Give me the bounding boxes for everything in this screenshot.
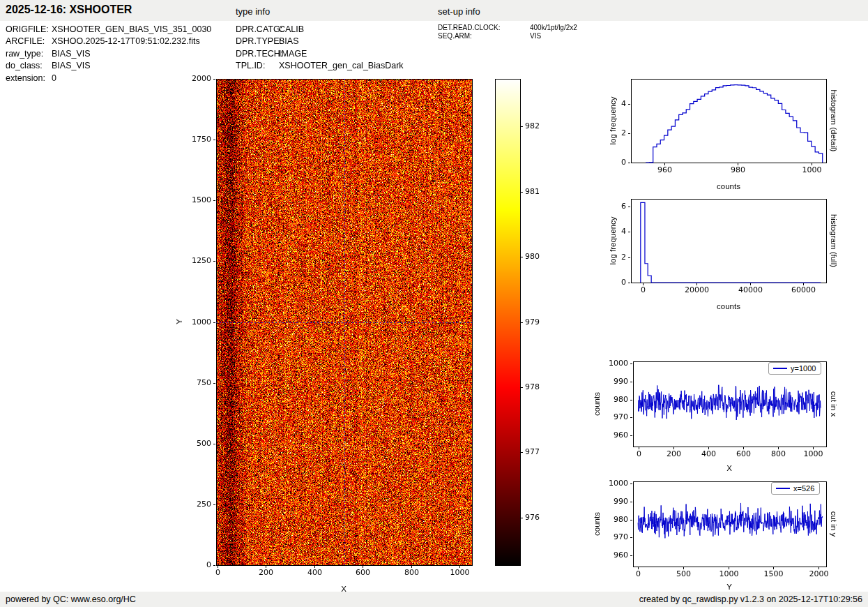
meta-value: IMAGE	[279, 49, 307, 59]
meta-row-dpr-catg: DPR.CATG: CALIB	[236, 23, 404, 36]
meta-label: DPR.TYPE:	[236, 36, 279, 46]
meta-value: XSHOOTER_gen_cal_BiasDark	[279, 61, 404, 70]
cut-x-right-label: cut in x	[830, 391, 838, 417]
hist-full-xlabel: counts	[717, 302, 740, 310]
meta-row-do-class: do_class: BIAS_VIS	[6, 60, 211, 73]
meta-label: do_class:	[6, 61, 52, 70]
meta-row-dpr-tech: DPR.TECH: IMAGE	[236, 47, 404, 60]
meta-row-raw-type: raw_type: BIAS_VIS	[6, 47, 211, 60]
cut-x-xlabel: X	[726, 464, 732, 472]
type-info-block: DPR.CATG: CALIB DPR.TYPE: BIAS DPR.TECH:…	[236, 23, 404, 72]
meta-value: 0	[52, 73, 56, 83]
footer-powered-by: powered by QC: www.eso.org/HC	[6, 594, 136, 604]
meta-value: BIAS_VIS	[52, 49, 91, 59]
meta-value: VIS	[530, 32, 541, 40]
meta-label: ARCFILE:	[6, 36, 52, 46]
legend-cut-x: y=1000	[768, 362, 821, 375]
meta-label: DPR.TECH:	[236, 49, 279, 59]
setup-info-block: DET.READ.CLOCK: 400k/1pt/lg/2x2 SEQ.ARM:…	[438, 23, 577, 40]
cut-y-right-label: cut in y	[830, 511, 838, 537]
footer-bar: powered by QC: www.eso.org/HC created by…	[0, 592, 868, 607]
meta-label: DET.READ.CLOCK:	[438, 24, 530, 31]
setup-info-heading: set-up info	[438, 6, 480, 17]
footer-created-by: created by qc_rawdisp.py v1.2.3 on 2025-…	[639, 594, 862, 604]
meta-row-extension: extension: 0	[6, 72, 211, 84]
meta-label: DPR.CATG:	[236, 24, 279, 34]
meta-label: extension:	[6, 73, 52, 83]
file-info-block: ORIGFILE: XSHOOTER_GEN_BIAS_VIS_351_0030…	[6, 23, 211, 84]
meta-label: raw_type:	[6, 49, 52, 59]
hist-full-ylabel: log frequency	[609, 216, 617, 264]
hist-detail-xlabel: counts	[717, 182, 740, 190]
type-info-heading: type info	[236, 6, 270, 17]
meta-value: CALIB	[279, 24, 304, 34]
page-title: 2025-12-16: XSHOOTER	[6, 3, 132, 16]
hist-full-right-label: histogram (full)	[830, 214, 838, 267]
meta-value: BIAS	[279, 36, 299, 46]
meta-label: TPL.ID:	[236, 61, 279, 70]
main-plot-ylabel: Y	[175, 319, 183, 324]
meta-value: 400k/1pt/lg/2x2	[530, 24, 577, 31]
legend-label: x=526	[793, 484, 814, 493]
meta-value: XSHOOTER_GEN_BIAS_VIS_351_0030	[52, 24, 211, 34]
hist-detail-right-label: histogram (detail)	[830, 90, 838, 152]
meta-row-seq-arm: SEQ.ARM: VIS	[438, 31, 577, 40]
meta-label: SEQ.ARM:	[438, 32, 530, 40]
meta-value: BIAS_VIS	[52, 61, 91, 70]
hist-detail-ylabel: log frequency	[609, 96, 617, 144]
cut-y-xlabel: Y	[726, 583, 732, 591]
cut-y-ylabel: counts	[593, 512, 601, 536]
legend-line-icon	[773, 368, 787, 369]
legend-cut-y: x=526	[771, 482, 820, 495]
meta-row-arcfile: ARCFILE: XSHOO.2025-12-17T09:51:02.232.f…	[6, 36, 211, 48]
meta-label: ORIGFILE:	[6, 24, 52, 34]
cut-x-ylabel: counts	[593, 392, 601, 416]
meta-row-tpl-id: TPL.ID: XSHOOTER_gen_cal_BiasDark	[236, 60, 404, 73]
meta-row-origfile: ORIGFILE: XSHOOTER_GEN_BIAS_VIS_351_0030	[6, 23, 211, 36]
header-bar: 2025-12-16: XSHOOTER type info set-up in…	[0, 0, 868, 21]
legend-line-icon	[776, 488, 790, 489]
legend-label: y=1000	[791, 364, 816, 373]
meta-row-dpr-type: DPR.TYPE: BIAS	[236, 36, 404, 48]
meta-value: XSHOO.2025-12-17T09:51:02.232.fits	[52, 36, 200, 46]
meta-row-read-clock: DET.READ.CLOCK: 400k/1pt/lg/2x2	[438, 23, 577, 31]
